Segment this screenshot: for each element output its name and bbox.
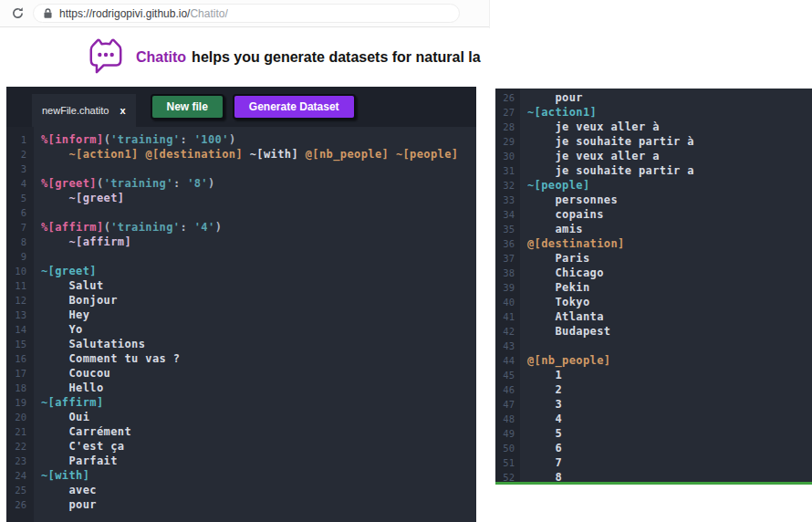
code-line[interactable]: 42 Budapest [495, 324, 812, 339]
url-field[interactable]: https://rodrigopivi.github.io/Chatito/ [33, 4, 460, 23]
close-icon[interactable]: x [120, 105, 125, 116]
generate-dataset-button[interactable]: Generate Dataset [233, 94, 356, 120]
code-line[interactable]: 29 je souhaite partir à [495, 134, 812, 149]
chatito-cat-logo-icon [85, 37, 127, 78]
code-line[interactable]: 45 1 [495, 368, 812, 382]
line-content: Paris [520, 251, 590, 266]
line-content: Carrément [34, 424, 131, 439]
line-number: 29 [495, 134, 520, 149]
code-line[interactable]: 37 Paris [495, 251, 812, 266]
line-content: ~[affirm] [34, 235, 131, 249]
code-line[interactable]: 33 personnes [495, 193, 812, 207]
line-content: Atlanta [520, 309, 604, 324]
code-line[interactable]: 39 Pekin [495, 280, 812, 295]
code-line[interactable]: 9 [6, 249, 476, 264]
code-line[interactable]: 20 Oui [6, 410, 476, 424]
code-line[interactable]: 38 Chicago [495, 266, 812, 280]
code-line[interactable]: 47 3 [495, 397, 812, 412]
code-line[interactable]: 3 [6, 162, 476, 176]
line-number: 46 [495, 382, 520, 397]
line-content: Yo [34, 322, 83, 337]
line-number: 34 [495, 207, 520, 222]
code-line[interactable]: 48 4 [495, 412, 812, 426]
code-line[interactable]: 44@[nb_people] [495, 353, 812, 368]
code-line[interactable]: 30 je veux aller a [495, 149, 812, 163]
url-path: Chatito/ [190, 7, 227, 20]
code-line[interactable]: 26 pour [495, 90, 812, 105]
line-number: 32 [495, 178, 520, 193]
code-line[interactable]: 25 avec [6, 483, 476, 497]
line-number: 31 [495, 163, 520, 178]
code-line[interactable]: 28 je veux aller à [495, 120, 812, 134]
line-number: 49 [495, 426, 520, 441]
line-content: copains [520, 207, 604, 222]
browser-address-bar: https://rodrigopivi.github.io/Chatito/ [0, 0, 489, 27]
code-line[interactable]: 10~[greet] [6, 264, 476, 278]
code-editor-left[interactable]: 1%[inform]('training': '100')2 ~[action1… [6, 127, 476, 522]
code-line[interactable]: 11 Salut [6, 278, 476, 293]
code-line[interactable]: 8 ~[affirm] [6, 235, 476, 249]
line-content: 6 [520, 441, 562, 455]
code-line[interactable]: 14 Yo [6, 322, 476, 337]
code-line[interactable]: 26 pour [6, 497, 476, 512]
code-line[interactable]: 43 [495, 339, 812, 353]
line-number: 17 [6, 366, 34, 381]
code-line[interactable]: 40 Tokyo [495, 295, 812, 309]
code-line[interactable]: 16 Comment tu vas ? [6, 351, 476, 366]
code-line[interactable]: 27~[action1] [495, 105, 812, 120]
line-number: 19 [6, 395, 34, 410]
code-line[interactable]: 15 Salutations [6, 337, 476, 351]
line-content: ~[people] [520, 178, 590, 193]
code-line[interactable]: 35 amis [495, 222, 812, 236]
code-line[interactable]: 2 ~[action1] @[destination] ~[with] @[nb… [6, 147, 476, 162]
code-line[interactable]: 46 2 [495, 382, 812, 397]
code-line[interactable]: 12 Bonjour [6, 293, 476, 308]
line-content: @[destination] [520, 236, 625, 251]
line-number: 36 [495, 236, 520, 251]
code-line[interactable]: 17 Coucou [6, 366, 476, 381]
line-number: 52 [495, 470, 520, 485]
line-number: 26 [6, 497, 34, 512]
code-line[interactable]: 50 6 [495, 441, 812, 455]
code-line[interactable]: 19~[affirm] [6, 395, 476, 410]
code-editor-right[interactable]: 26 pour27~[action1]28 je veux aller à29 … [495, 89, 812, 482]
line-number: 47 [495, 397, 520, 412]
line-number: 28 [495, 120, 520, 134]
code-line[interactable]: 22 C'est ça [6, 439, 476, 454]
line-content: 8 [520, 470, 562, 485]
code-line[interactable]: 49 5 [495, 426, 812, 441]
line-content [34, 249, 41, 264]
line-content: Bonjour [34, 293, 118, 308]
code-line[interactable]: 13 Hey [6, 308, 476, 322]
line-content: 7 [520, 455, 562, 470]
code-line[interactable]: 7%[affirm]('training': '4') [6, 220, 476, 235]
line-content [34, 205, 41, 220]
code-line[interactable]: 24~[with] [6, 468, 476, 483]
line-content: je veux aller à [520, 120, 660, 134]
tab-newfile-chatito[interactable]: newFile.chatito x [32, 94, 136, 127]
line-number: 7 [6, 220, 34, 235]
code-line[interactable]: 32~[people] [495, 178, 812, 193]
code-line[interactable]: 51 7 [495, 455, 812, 470]
code-line[interactable]: 36@[destination] [495, 236, 812, 251]
code-line[interactable]: 5 ~[greet] [6, 191, 476, 205]
reload-icon[interactable] [9, 5, 26, 22]
line-number: 3 [6, 162, 34, 176]
code-line[interactable]: 23 Parfait [6, 454, 476, 468]
new-file-button[interactable]: New file [151, 94, 224, 120]
code-line[interactable]: 18 Hello [6, 381, 476, 395]
brand-name: Chatito [136, 49, 186, 65]
line-content: %[greet]('training': '8') [34, 176, 215, 191]
lock-icon[interactable] [43, 7, 53, 19]
code-line[interactable]: 31 je souhaite partir a [495, 163, 812, 178]
line-number: 45 [495, 368, 520, 382]
code-line[interactable]: 1%[inform]('training': '100') [6, 132, 476, 147]
code-line[interactable]: 52 8 [495, 470, 812, 485]
code-line[interactable]: 4%[greet]('training': '8') [6, 176, 476, 191]
line-number: 38 [495, 266, 520, 280]
code-line[interactable]: 41 Atlanta [495, 309, 812, 324]
line-content: Budapest [520, 324, 611, 339]
code-line[interactable]: 6 [6, 205, 476, 220]
code-line[interactable]: 21 Carrément [6, 424, 476, 439]
code-line[interactable]: 34 copains [495, 207, 812, 222]
